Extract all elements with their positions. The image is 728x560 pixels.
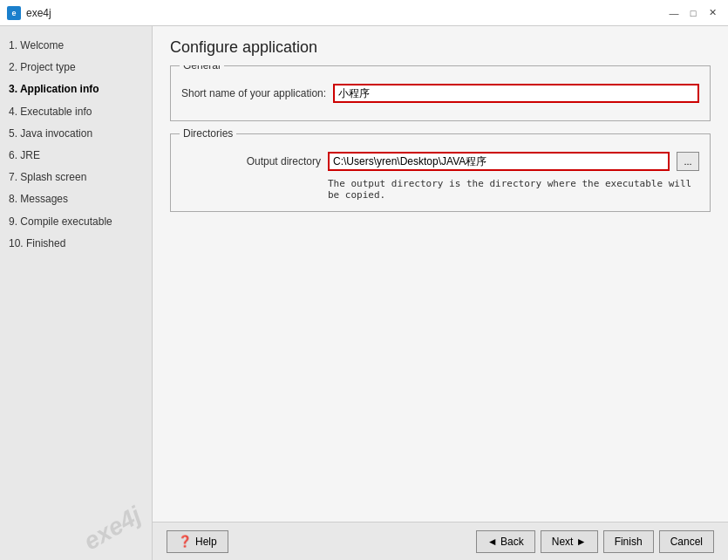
sidebar-item-6[interactable]: 6. JRE <box>0 145 152 167</box>
short-name-label: Short name of your application: <box>181 87 326 99</box>
help-label: Help <box>195 536 217 548</box>
title-bar-controls: — □ ✕ <box>665 4 721 22</box>
sidebar-item-4[interactable]: 4. Executable info <box>0 101 152 123</box>
sidebar-watermark: exe4j <box>79 502 146 557</box>
panel-title: Configure application <box>153 26 728 65</box>
sidebar-item-7[interactable]: 7. Splash screen <box>0 167 152 188</box>
bottom-right: ◄ Back Next ► Finish Cancel <box>476 530 714 553</box>
bottom-left: ❓ Help <box>167 530 228 553</box>
sidebar: 1. Welcome2. Project type3. Application … <box>0 26 153 560</box>
bottom-bar: ❓ Help ◄ Back Next ► Finish Cancel <box>153 522 728 560</box>
sidebar-item-1[interactable]: 1. Welcome <box>0 35 152 57</box>
cancel-button[interactable]: Cancel <box>659 530 714 553</box>
sidebar-item-3[interactable]: 3. Application info <box>0 79 152 100</box>
output-dir-row: Output directory ... <box>181 152 699 171</box>
sidebar-item-10[interactable]: 10. Finished <box>0 233 152 255</box>
sidebar-item-5[interactable]: 5. Java invocation <box>0 123 152 145</box>
finish-button[interactable]: Finish <box>603 530 654 553</box>
title-bar-title: exe4j <box>26 7 51 19</box>
close-button[interactable]: ✕ <box>704 4 721 22</box>
sidebar-item-9[interactable]: 9. Compile executable <box>0 211 152 233</box>
browse-button[interactable]: ... <box>677 152 699 171</box>
maximize-button[interactable]: □ <box>684 4 702 22</box>
general-group: General Short name of your application: <box>170 65 711 121</box>
sidebar-item-8[interactable]: 8. Messages <box>0 188 152 210</box>
directories-group-content: Output directory ... The output director… <box>171 138 710 211</box>
general-group-content: Short name of your application: <box>171 70 710 120</box>
main-panel: Configure application General Short name… <box>153 26 728 560</box>
back-button[interactable]: ◄ Back <box>476 530 535 553</box>
help-icon: ❓ <box>178 535 192 548</box>
minimize-button[interactable]: — <box>665 4 683 22</box>
panel-content: General Short name of your application: … <box>153 65 728 522</box>
next-button[interactable]: Next ► <box>541 530 598 553</box>
output-dir-input[interactable] <box>328 152 670 171</box>
app-body: 1. Welcome2. Project type3. Application … <box>0 26 728 560</box>
short-name-input[interactable] <box>333 84 699 103</box>
directories-group-title: Directories <box>180 127 236 140</box>
directories-group: Directories Output directory ... The out… <box>170 133 711 212</box>
title-bar-left: e exe4j <box>7 6 51 20</box>
title-bar: e exe4j — □ ✕ <box>0 0 728 26</box>
sidebar-item-2[interactable]: 2. Project type <box>0 57 152 79</box>
app-icon: e <box>7 6 21 20</box>
output-dir-input-row: ... <box>328 152 699 171</box>
output-dir-label: Output directory <box>181 155 321 167</box>
hint-container: The output directory is the directory wh… <box>181 178 699 201</box>
help-button[interactable]: ❓ Help <box>167 530 228 553</box>
hint-text: The output directory is the directory wh… <box>328 178 699 201</box>
short-name-row: Short name of your application: <box>181 84 699 103</box>
general-group-title: General <box>180 65 224 72</box>
